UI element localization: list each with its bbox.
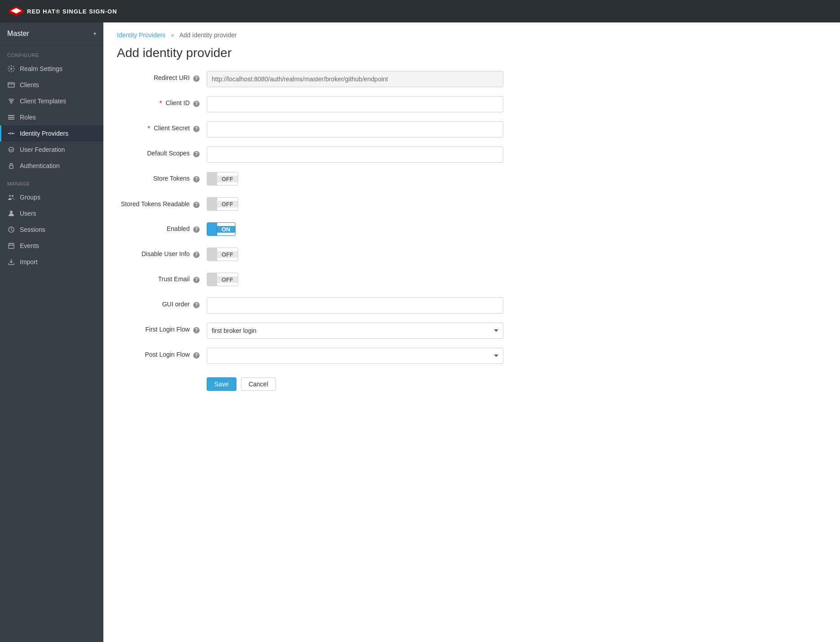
sidebar-item-label: Identity Providers bbox=[20, 130, 68, 137]
svg-rect-10 bbox=[8, 117, 14, 118]
store-tokens-help-icon[interactable]: ? bbox=[193, 176, 200, 182]
svg-line-7 bbox=[10, 101, 11, 102]
client-id-control bbox=[207, 96, 503, 112]
user-federation-icon bbox=[7, 146, 15, 154]
realm-selector[interactable]: Master ▾ bbox=[0, 22, 103, 45]
store-tokens-toggle[interactable]: OFF bbox=[207, 172, 238, 186]
client-id-input[interactable] bbox=[207, 96, 503, 112]
form-container: Redirect URI ? * Client ID ? bbox=[103, 71, 840, 409]
authentication-icon bbox=[7, 162, 15, 170]
disable-user-info-help-icon[interactable]: ? bbox=[193, 252, 200, 258]
client-secret-input[interactable] bbox=[207, 121, 503, 137]
client-id-help-icon[interactable]: ? bbox=[193, 101, 200, 107]
save-button[interactable]: Save bbox=[207, 377, 236, 391]
first-login-flow-row: First Login Flow ? first broker login bbox=[117, 323, 827, 339]
svg-rect-3 bbox=[8, 83, 14, 87]
roles-icon bbox=[7, 113, 15, 121]
manage-section-label: Manage bbox=[0, 174, 103, 189]
svg-point-5 bbox=[12, 99, 13, 101]
sidebar-item-roles[interactable]: Roles bbox=[0, 109, 103, 125]
sidebar-item-label: Roles bbox=[20, 114, 36, 121]
sidebar-item-label: Users bbox=[20, 210, 36, 217]
configure-section-label: Configure bbox=[0, 45, 103, 61]
redirect-uri-control bbox=[207, 71, 503, 87]
first-login-flow-label: First Login Flow ? bbox=[117, 323, 207, 333]
disable-user-info-toggle[interactable]: OFF bbox=[207, 247, 238, 261]
store-tokens-label: Store Tokens ? bbox=[117, 172, 207, 182]
store-tokens-control: OFF bbox=[207, 172, 503, 186]
trust-email-label: Trust Email ? bbox=[117, 272, 207, 283]
groups-icon bbox=[7, 193, 15, 201]
stored-tokens-readable-help-icon[interactable]: ? bbox=[193, 202, 200, 208]
cancel-button[interactable]: Cancel bbox=[241, 377, 276, 391]
enabled-control: ON bbox=[207, 222, 503, 237]
sidebar-item-client-templates[interactable]: Client Templates bbox=[0, 93, 103, 109]
svg-point-14 bbox=[9, 195, 11, 197]
first-login-flow-help-icon[interactable]: ? bbox=[193, 327, 200, 333]
sidebar-item-sessions[interactable]: Sessions bbox=[0, 221, 103, 238]
enabled-toggle[interactable]: ON bbox=[207, 222, 236, 236]
users-icon bbox=[7, 209, 15, 217]
gui-order-control bbox=[207, 297, 503, 314]
trust-email-toggle-label: OFF bbox=[217, 276, 238, 283]
disable-user-info-toggle-label: OFF bbox=[217, 251, 238, 258]
stored-tokens-readable-toggle[interactable]: OFF bbox=[207, 197, 238, 211]
gui-order-input[interactable] bbox=[207, 297, 503, 314]
post-login-flow-label: Post Login Flow ? bbox=[117, 348, 207, 359]
form-actions: Save Cancel bbox=[117, 373, 827, 391]
default-scopes-input[interactable] bbox=[207, 146, 503, 163]
post-login-flow-row: Post Login Flow ? bbox=[117, 348, 827, 364]
client-templates-icon bbox=[7, 97, 15, 105]
gui-order-row: GUI order ? bbox=[117, 297, 827, 314]
sidebar-item-label: Authentication bbox=[20, 162, 60, 169]
chevron-down-icon: ▾ bbox=[93, 31, 96, 37]
disable-user-info-control: OFF bbox=[207, 247, 503, 262]
sidebar-item-clients[interactable]: Clients bbox=[0, 77, 103, 93]
default-scopes-help-icon[interactable]: ? bbox=[193, 151, 200, 157]
trust-email-toggle[interactable]: OFF bbox=[207, 272, 238, 287]
sidebar-item-users[interactable]: Users bbox=[0, 205, 103, 221]
trust-email-toggle-knob bbox=[207, 273, 217, 286]
disable-user-info-toggle-knob bbox=[207, 248, 217, 261]
clients-icon bbox=[7, 81, 15, 89]
sidebar-item-identity-providers[interactable]: Identity Providers bbox=[0, 125, 103, 142]
sidebar-item-groups[interactable]: Groups bbox=[0, 189, 103, 205]
client-id-label: * Client ID ? bbox=[117, 96, 207, 107]
breadcrumb-link[interactable]: Identity Providers bbox=[117, 31, 165, 39]
breadcrumb-current: Add identity provider bbox=[179, 31, 237, 39]
enabled-row: Enabled ? ON bbox=[117, 222, 827, 238]
sidebar-item-realm-settings[interactable]: Realm Settings bbox=[0, 61, 103, 77]
sidebar-item-label: Realm Settings bbox=[20, 65, 62, 72]
gui-order-help-icon[interactable]: ? bbox=[193, 302, 200, 308]
sidebar-item-events[interactable]: Events bbox=[0, 238, 103, 254]
svg-rect-18 bbox=[9, 244, 14, 248]
enabled-help-icon[interactable]: ? bbox=[193, 226, 200, 233]
sidebar-item-label: Clients bbox=[20, 81, 39, 89]
disable-user-info-label: Disable User Info ? bbox=[117, 247, 207, 258]
post-login-flow-help-icon[interactable]: ? bbox=[193, 352, 200, 359]
stored-tokens-readable-toggle-knob bbox=[207, 198, 217, 210]
main-content: Identity Providers » Add identity provid… bbox=[103, 22, 840, 642]
redhat-logo-icon bbox=[9, 6, 23, 16]
events-icon bbox=[7, 242, 15, 250]
sidebar-item-import[interactable]: Import bbox=[0, 254, 103, 270]
first-login-flow-select[interactable]: first broker login bbox=[207, 323, 503, 339]
stored-tokens-readable-control: OFF bbox=[207, 197, 503, 212]
sidebar-item-label: User Federation bbox=[20, 146, 65, 153]
post-login-flow-select[interactable] bbox=[207, 348, 503, 364]
client-secret-help-icon[interactable]: ? bbox=[193, 126, 200, 132]
disable-user-info-row: Disable User Info ? OFF bbox=[117, 247, 827, 263]
svg-point-4 bbox=[9, 99, 11, 101]
stored-tokens-readable-toggle-label: OFF bbox=[217, 201, 238, 208]
stored-tokens-readable-label: Stored Tokens Readable ? bbox=[117, 197, 207, 208]
redirect-uri-help-icon[interactable]: ? bbox=[193, 75, 200, 82]
svg-point-6 bbox=[10, 102, 12, 103]
svg-point-16 bbox=[10, 211, 13, 213]
topbar: RED HAT® SINGLE SIGN-ON bbox=[0, 0, 840, 22]
sidebar-item-label: Import bbox=[20, 258, 38, 266]
sidebar-item-user-federation[interactable]: User Federation bbox=[0, 142, 103, 158]
breadcrumb: Identity Providers » Add identity provid… bbox=[103, 22, 840, 39]
trust-email-help-icon[interactable]: ? bbox=[193, 277, 200, 283]
enabled-toggle-knob bbox=[207, 223, 217, 235]
sidebar-item-authentication[interactable]: Authentication bbox=[0, 158, 103, 174]
